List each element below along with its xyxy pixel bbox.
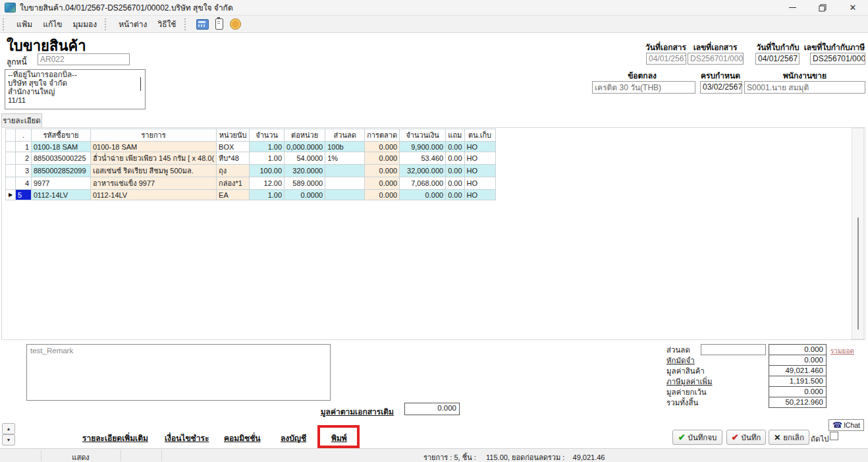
billing-address-box[interactable]: --ที่อยู่ในการออกบิล-- บริษัท สุขใจ จำกั… — [5, 69, 146, 109]
item-marketing[interactable]: 0.000 — [365, 152, 400, 165]
item-description[interactable]: อาหารแช่แข็ง 9977 — [91, 177, 217, 190]
item-warehouse[interactable]: HO — [464, 165, 495, 177]
menu-window[interactable]: หน้าต่าง — [113, 16, 152, 32]
item-unit[interactable]: BOX — [217, 142, 250, 152]
item-amount[interactable]: 0.000 — [400, 190, 446, 200]
table-row-selected[interactable]: ▶ 5 0112-14LV 0112-14LV EA 1.00 0.0000 0… — [6, 190, 496, 200]
minimize-button[interactable] — [777, 0, 807, 15]
item-free[interactable]: 0.00 — [446, 142, 464, 152]
item-quantity[interactable]: 1.00 — [250, 152, 285, 165]
restore-button[interactable] — [807, 0, 838, 15]
item-unit-price[interactable]: 54.0000 — [285, 152, 325, 165]
next-checkbox[interactable] — [830, 432, 838, 440]
item-unit[interactable]: EA — [217, 190, 250, 200]
item-unit-price[interactable]: 0,000.0000 — [285, 142, 325, 152]
row-number[interactable]: 4 — [16, 177, 32, 190]
table-row[interactable]: 4 9977 อาหารแช่แข็ง 9977 กล่อง*1 12.00 5… — [6, 177, 496, 190]
invoice-date-input[interactable]: 04/01/2567 — [755, 53, 800, 65]
scroll-up-button[interactable]: ▲ — [2, 423, 15, 434]
item-description[interactable]: เอสเซ่นซ์ ริดเรียบ สีชมพู 500มล. — [91, 165, 217, 177]
calculator-icon[interactable] — [196, 19, 209, 30]
item-description[interactable]: ฮั่วน่ำฉ่าย เพียวเพียว 145 กรัม [ x 48.0… — [91, 152, 217, 165]
link-post-gl[interactable]: ลงบัญชี — [281, 432, 306, 444]
due-date-input[interactable]: 03/02/2567 — [700, 81, 742, 94]
table-row[interactable]: 2 8850035000225 ฮั่วน่ำฉ่าย เพียวเพียว 1… — [6, 152, 496, 165]
link-payment-terms[interactable]: เงื่อนไขชำระ — [165, 432, 209, 444]
menu-view[interactable]: มุมมอง — [67, 16, 102, 32]
item-quantity[interactable]: 100.00 — [250, 165, 285, 177]
item-marketing[interactable]: 0.000 — [365, 142, 400, 152]
item-unit-price[interactable]: 320.0000 — [285, 165, 325, 177]
row-number-selected[interactable]: 5 — [16, 190, 32, 200]
link-commission[interactable]: คอมมิชชั่น — [224, 432, 261, 444]
item-unit-price[interactable]: 0.0000 — [285, 190, 325, 200]
tab-detail[interactable]: รายละเอียด — [1, 113, 42, 127]
item-warehouse[interactable]: HO — [464, 142, 495, 152]
item-amount[interactable]: 53.460 — [400, 152, 446, 165]
remark-textarea[interactable]: test_Remark — [26, 344, 331, 401]
menu-edit[interactable]: แก้ไข — [38, 16, 67, 32]
scrollbar-thumb[interactable] — [857, 217, 859, 330]
item-warehouse[interactable]: HO — [464, 177, 495, 190]
link-additional-details[interactable]: รายละเอียดเพิ่มเติม — [82, 432, 148, 444]
item-marketing[interactable]: 0.000 — [365, 190, 400, 200]
item-free[interactable]: 0.00 — [446, 177, 464, 190]
item-free[interactable]: 0.00 — [446, 190, 464, 200]
item-free[interactable]: 0.00 — [446, 152, 464, 165]
menu-help[interactable]: วิธีใช้ — [152, 16, 181, 32]
vertical-scrollbar[interactable] — [852, 128, 864, 339]
row-number[interactable]: 1 — [16, 142, 32, 152]
tax-invoice-no-input[interactable]: DS256701/00002 — [810, 53, 865, 65]
vat-link[interactable]: ภาษีมูลค่าเพิ่ม — [666, 376, 713, 387]
item-quantity[interactable]: 12.00 — [250, 177, 285, 190]
item-marketing[interactable]: 0.000 — [365, 177, 400, 190]
row-number[interactable]: 3 — [16, 165, 32, 177]
ichat-button[interactable]: ☎ IChat — [828, 419, 864, 431]
item-code[interactable]: 8850035000225 — [32, 152, 91, 165]
item-code[interactable]: 8850002852099 — [32, 165, 91, 177]
item-amount[interactable]: 7,068.000 — [400, 177, 446, 190]
item-discount[interactable]: 100b — [325, 142, 365, 152]
item-amount[interactable]: 32,000.000 — [400, 165, 446, 177]
save-button[interactable]: ✔ บันทึก — [726, 430, 766, 445]
deposit-deduction-link[interactable]: หักมัดจำ — [666, 355, 695, 366]
item-unit[interactable]: กล่อง*1 — [217, 177, 250, 190]
salesperson-combobox[interactable]: S0001.นาย สมมุติ ▼ — [744, 81, 865, 94]
item-unit-price[interactable]: 589.0000 — [285, 177, 325, 190]
coin-icon[interactable] — [230, 18, 241, 30]
doc-date-input[interactable]: 04/01/2567 — [646, 53, 686, 65]
item-warehouse[interactable]: HO — [464, 190, 495, 200]
item-description[interactable]: 0100-18 SAM — [91, 142, 217, 152]
close-button[interactable]: ✕ — [838, 0, 868, 15]
menu-file[interactable]: แฟ้ม — [11, 16, 38, 32]
discount-input[interactable] — [701, 344, 766, 355]
item-discount[interactable]: 1% — [325, 152, 365, 165]
save-close-button[interactable]: ✔ บันทึกจบ — [672, 430, 722, 445]
item-amount[interactable]: 9,900.000 — [400, 142, 446, 152]
item-free[interactable]: 0.00 — [446, 165, 464, 177]
item-description[interactable]: 0112-14LV — [91, 190, 217, 200]
item-discount[interactable] — [325, 177, 365, 190]
scroll-down-button[interactable]: ▼ — [2, 434, 15, 446]
table-row[interactable]: 1 0100-18 SAM 0100-18 SAM BOX 1.00 0,000… — [6, 142, 496, 152]
terms-combobox[interactable]: เครดิต 30 วัน(THB) ▼ — [592, 81, 695, 94]
item-discount[interactable] — [325, 190, 365, 200]
item-quantity[interactable]: 1.00 — [250, 190, 285, 200]
customer-code-input[interactable]: AR022 — [38, 53, 130, 65]
item-unit[interactable]: ถุง — [217, 165, 250, 177]
grand-total-link[interactable]: รวมยอด — [830, 346, 854, 356]
item-marketing[interactable]: 0.000 — [365, 165, 400, 177]
battery-icon[interactable] — [215, 18, 223, 30]
item-warehouse[interactable]: HO — [464, 152, 495, 165]
table-row[interactable]: 3 8850002852099 เอสเซ่นซ์ ริดเรียบ สีชมพ… — [6, 165, 496, 177]
original-doc-value-link[interactable]: มูลค่าตามเอกสารเดิม — [310, 405, 394, 418]
item-unit[interactable]: หีบ*48 — [217, 152, 250, 165]
item-code[interactable]: 0112-14LV — [32, 190, 91, 200]
item-code[interactable]: 0100-18 SAM — [32, 142, 91, 152]
cancel-button[interactable]: ✕ ยกเลิก — [769, 430, 809, 445]
item-quantity[interactable]: 1.00 — [250, 142, 285, 152]
item-discount[interactable] — [325, 165, 365, 177]
row-number[interactable]: 2 — [16, 152, 32, 165]
doc-no-input[interactable]: DS256701/00002 — [688, 53, 744, 65]
item-code[interactable]: 9977 — [32, 177, 91, 190]
